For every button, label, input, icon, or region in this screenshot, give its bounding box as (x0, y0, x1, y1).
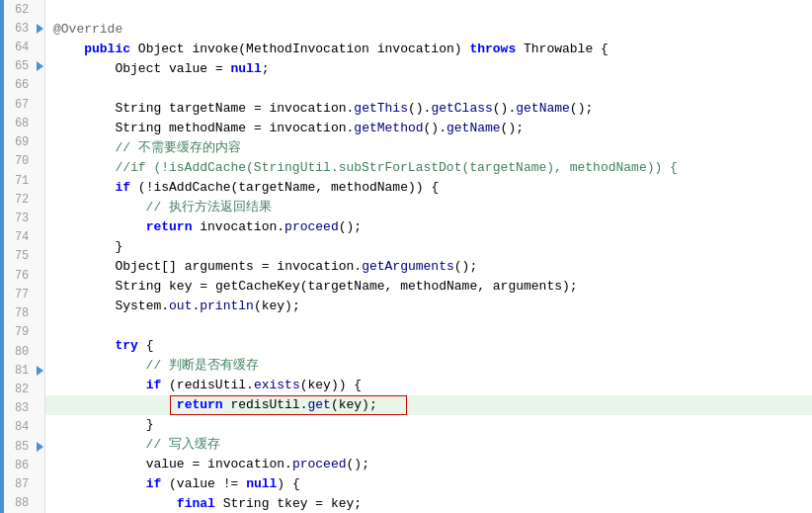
code-line-86: if (value != null) { (53, 474, 300, 494)
bookmark-65 (35, 61, 44, 71)
line-number-69: 69 (4, 135, 35, 149)
code-line-62 (53, 0, 61, 20)
gutter-row-81: 81 (4, 361, 44, 380)
line-number-88: 88 (4, 496, 35, 510)
code-line-81: if (redisUtil.exists(key)) { (53, 376, 362, 395)
gutter-row-70: 70 (4, 152, 44, 171)
gutter-row-65: 65 (4, 57, 44, 76)
code-line-66 (53, 79, 61, 99)
line-number-66: 66 (4, 78, 35, 92)
bookmark-81 (35, 366, 44, 376)
line-number-77: 77 (4, 288, 35, 301)
code-line-68: String methodName = invocation.getMethod… (53, 119, 524, 138)
gutter-row-62: 62 (4, 0, 44, 19)
code-line-63: @Override (53, 20, 122, 40)
code-row-87: final String tkey = key; (45, 494, 812, 513)
code-row-76: String key = getCacheKey(targetName, met… (45, 277, 812, 297)
line-number-81: 81 (4, 364, 35, 378)
code-row-67: String targetName = invocation.getThis()… (45, 99, 812, 119)
gutter-row-75: 75 (4, 247, 44, 266)
code-row-73: return invocation.proceed(); (45, 217, 812, 237)
gutter-row-71: 71 (4, 171, 44, 190)
code-row-71: if (!isAddCache(targetName, methodName))… (45, 178, 812, 198)
code-line-76: String key = getCacheKey(targetName, met… (53, 277, 578, 297)
bookmark-63 (35, 24, 44, 34)
line-number-78: 78 (4, 306, 35, 320)
gutter-row-83: 83 (4, 399, 44, 418)
gutter-row-80: 80 (4, 342, 44, 361)
line-number-83: 83 (4, 401, 35, 415)
code-area: @Override public Object invoke(MethodInv… (45, 0, 812, 513)
code-line-77: System.out.println(key); (53, 297, 300, 316)
line-number-73: 73 (4, 212, 35, 225)
code-row-70: //if (!isAddCache(StringUtil.subStrForLa… (45, 158, 812, 178)
gutter-row-76: 76 (4, 266, 44, 285)
code-row-84: // 写入缓存 (45, 435, 812, 455)
bookmark-85 (35, 442, 44, 452)
gutter-row-79: 79 (4, 323, 44, 342)
gutter-row-63: 63 (4, 19, 44, 38)
code-row-69: // 不需要缓存的内容 (45, 138, 812, 158)
gutter-row-66: 66 (4, 76, 44, 95)
gutter-row-78: 78 (4, 304, 44, 323)
line-number-67: 67 (4, 98, 35, 112)
code-row-82: return redisUtil.get(key); (45, 395, 812, 415)
line-number-62: 62 (4, 3, 35, 17)
gutter: 6263646566676869707172737475767778798081… (4, 0, 45, 513)
code-line-75: Object[] arguments = invocation.getArgum… (53, 257, 477, 277)
code-row-78 (45, 316, 812, 336)
editor-container: 6263646566676869707172737475767778798081… (0, 0, 812, 513)
gutter-row-86: 86 (4, 456, 44, 474)
code-row-83: } (45, 415, 812, 435)
code-row-63: @Override (45, 20, 812, 40)
code-row-75: Object[] arguments = invocation.getArgum… (45, 257, 812, 277)
code-line-65: Object value = null; (53, 59, 270, 79)
line-number-82: 82 (4, 383, 35, 396)
code-row-77: System.out.println(key); (45, 297, 812, 316)
code-line-69: // 不需要缓存的内容 (53, 138, 241, 158)
code-line-72: // 执行方法返回结果 (53, 198, 272, 217)
gutter-row-85: 85 (4, 437, 44, 456)
gutter-row-82: 82 (4, 380, 44, 398)
line-number-71: 71 (4, 174, 35, 188)
line-number-75: 75 (4, 249, 35, 263)
code-row-74: } (45, 237, 812, 257)
line-number-87: 87 (4, 477, 35, 491)
code-line-79: try { (53, 336, 153, 356)
code-line-74: } (53, 237, 122, 257)
code-line-71: if (!isAddCache(targetName, methodName))… (53, 178, 439, 198)
gutter-row-88: 88 (4, 494, 44, 513)
code-row-66 (45, 79, 812, 99)
line-number-80: 80 (4, 345, 35, 359)
code-line-64: public Object invoke(MethodInvocation in… (53, 40, 609, 59)
line-number-86: 86 (4, 459, 35, 472)
code-line-67: String targetName = invocation.getThis()… (53, 99, 593, 119)
code-row-64: public Object invoke(MethodInvocation in… (45, 40, 812, 59)
line-number-63: 63 (4, 22, 35, 36)
line-number-74: 74 (4, 230, 35, 244)
code-row-86: if (value != null) { (45, 474, 812, 494)
gutter-row-64: 64 (4, 38, 44, 56)
code-row-68: String methodName = invocation.getMethod… (45, 119, 812, 138)
code-row-62 (45, 0, 812, 20)
line-number-76: 76 (4, 269, 35, 283)
code-line-70: //if (!isAddCache(StringUtil.subStrForLa… (53, 158, 678, 178)
code-line-78 (53, 316, 61, 336)
code-line-84: // 写入缓存 (53, 435, 220, 455)
code-line-85: value = invocation.proceed(); (53, 455, 369, 474)
gutter-row-68: 68 (4, 114, 44, 132)
code-line-80: // 判断是否有缓存 (53, 356, 259, 376)
gutter-row-67: 67 (4, 95, 44, 114)
code-row-85: value = invocation.proceed(); (45, 455, 812, 474)
gutter-row-73: 73 (4, 209, 44, 227)
line-number-70: 70 (4, 154, 35, 168)
line-number-85: 85 (4, 440, 35, 454)
code-line-83: } (53, 415, 153, 435)
line-number-72: 72 (4, 193, 35, 207)
code-row-80: // 判断是否有缓存 (45, 356, 812, 376)
code-line-73: return invocation.proceed(); (53, 217, 362, 237)
line-number-64: 64 (4, 41, 35, 54)
gutter-row-69: 69 (4, 133, 44, 152)
gutter-row-84: 84 (4, 418, 44, 437)
line-number-68: 68 (4, 117, 35, 130)
